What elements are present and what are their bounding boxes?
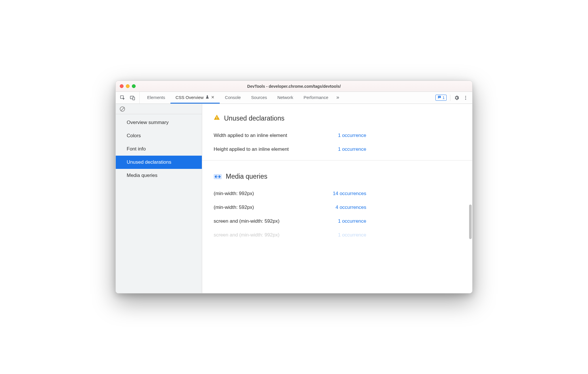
occurrence-link[interactable]: 1 occurrence bbox=[323, 133, 366, 138]
tab-label: Console bbox=[225, 95, 241, 100]
clear-overview-icon[interactable] bbox=[120, 106, 125, 112]
sidebar-item-colors[interactable]: Colors bbox=[116, 129, 202, 142]
media-query-row: (min-width: 592px) 4 occurrences bbox=[214, 205, 461, 210]
scrollbar[interactable] bbox=[469, 190, 472, 248]
report-pane: Unused declarations Width applied to an … bbox=[202, 104, 472, 293]
device-toolbar-icon[interactable] bbox=[130, 95, 135, 101]
sidebar-item-overview-summary[interactable]: Overview summary bbox=[116, 116, 202, 129]
media-query-arrows-icon bbox=[214, 174, 222, 179]
titlebar: DevTools - developer.chrome.com/tags/dev… bbox=[116, 81, 472, 92]
tab-sources[interactable]: Sources bbox=[246, 92, 272, 104]
occurrence-link[interactable]: 1 occurrence bbox=[323, 146, 366, 152]
sidebar-item-label: Media queries bbox=[127, 173, 158, 178]
occurrence-link[interactable]: 4 occurrences bbox=[323, 205, 366, 210]
declaration-label: Height applied to an inline element bbox=[214, 146, 323, 152]
media-query-row: screen and (min-width: 992px) 1 occurren… bbox=[214, 232, 461, 238]
svg-point-7 bbox=[465, 99, 466, 100]
inspect-element-icon[interactable] bbox=[120, 95, 126, 101]
mq-label: (min-width: 992px) bbox=[214, 191, 323, 196]
more-tabs-button[interactable]: » bbox=[333, 92, 341, 104]
sidebar-toolbar bbox=[116, 104, 202, 114]
tab-label: Sources bbox=[251, 95, 267, 100]
main-toolbar: Elements CSS Overview ✕ Console Sources … bbox=[116, 92, 472, 104]
tab-label: CSS Overview bbox=[176, 95, 204, 100]
separator bbox=[450, 95, 450, 101]
occurrence-link[interactable]: 1 occurrence bbox=[323, 218, 366, 224]
svg-rect-9 bbox=[217, 119, 217, 119]
unused-declaration-row: Width applied to an inline element 1 occ… bbox=[214, 133, 461, 138]
svg-rect-4 bbox=[439, 97, 440, 97]
occurrence-link[interactable]: 1 occurrence bbox=[323, 232, 366, 238]
devtools-window: DevTools - developer.chrome.com/tags/dev… bbox=[115, 81, 473, 293]
section-header-mq: Media queries bbox=[214, 173, 461, 180]
section-title: Unused declarations bbox=[224, 115, 284, 122]
occurrence-link[interactable]: 14 occurrences bbox=[323, 191, 366, 196]
more-menu-icon[interactable] bbox=[463, 95, 468, 100]
svg-rect-8 bbox=[217, 117, 217, 118]
section-header-unused: Unused declarations bbox=[214, 114, 461, 122]
issues-badge[interactable]: 1 bbox=[435, 95, 447, 101]
tab-css-overview[interactable]: CSS Overview ✕ bbox=[170, 92, 220, 104]
mq-label: screen and (min-width: 592px) bbox=[214, 218, 323, 224]
media-query-row: (min-width: 992px) 14 occurrences bbox=[214, 191, 461, 196]
tab-console[interactable]: Console bbox=[220, 92, 246, 104]
sidebar-item-font-info[interactable]: Font info bbox=[116, 142, 202, 156]
message-icon bbox=[437, 95, 441, 100]
mq-label: screen and (min-width: 992px) bbox=[214, 232, 323, 238]
svg-point-6 bbox=[465, 97, 466, 98]
issues-count: 1 bbox=[443, 96, 445, 100]
media-query-row: screen and (min-width: 592px) 1 occurren… bbox=[214, 218, 461, 224]
declaration-label: Width applied to an inline element bbox=[214, 133, 323, 138]
sidebar-item-label: Overview summary bbox=[127, 120, 168, 125]
section-divider bbox=[202, 160, 472, 161]
settings-gear-icon[interactable] bbox=[454, 95, 460, 101]
panel-tabs: Elements CSS Overview ✕ Console Sources … bbox=[140, 92, 431, 104]
sidebar-item-label: Colors bbox=[127, 133, 141, 138]
tab-label: Network bbox=[277, 95, 293, 100]
scrollbar-thumb[interactable] bbox=[469, 205, 472, 239]
panel-content: Overview summary Colors Font info Unused… bbox=[116, 104, 472, 293]
sidebar: Overview summary Colors Font info Unused… bbox=[116, 104, 202, 293]
svg-rect-2 bbox=[133, 97, 135, 100]
sidebar-item-label: Unused declarations bbox=[127, 159, 171, 165]
window-title: DevTools - developer.chrome.com/tags/dev… bbox=[116, 84, 472, 89]
close-tab-icon[interactable]: ✕ bbox=[211, 95, 215, 100]
tab-network[interactable]: Network bbox=[272, 92, 298, 104]
tab-label: Elements bbox=[147, 95, 165, 100]
section-title: Media queries bbox=[226, 173, 267, 180]
tab-elements[interactable]: Elements bbox=[142, 92, 170, 104]
sidebar-item-label: Font info bbox=[127, 146, 146, 152]
svg-rect-3 bbox=[439, 97, 440, 97]
svg-point-5 bbox=[465, 96, 466, 97]
chevrons-right-icon: » bbox=[336, 94, 338, 100]
mq-label: (min-width: 592px) bbox=[214, 205, 323, 210]
sidebar-nav: Overview summary Colors Font info Unused… bbox=[116, 114, 202, 182]
experiment-flask-icon bbox=[205, 95, 209, 100]
unused-declaration-row: Height applied to an inline element 1 oc… bbox=[214, 146, 461, 152]
sidebar-item-unused-declarations[interactable]: Unused declarations bbox=[116, 156, 202, 169]
tab-label: Performance bbox=[304, 95, 328, 100]
tab-performance[interactable]: Performance bbox=[298, 92, 333, 104]
warning-triangle-icon bbox=[214, 114, 220, 122]
sidebar-item-media-queries[interactable]: Media queries bbox=[116, 169, 202, 182]
